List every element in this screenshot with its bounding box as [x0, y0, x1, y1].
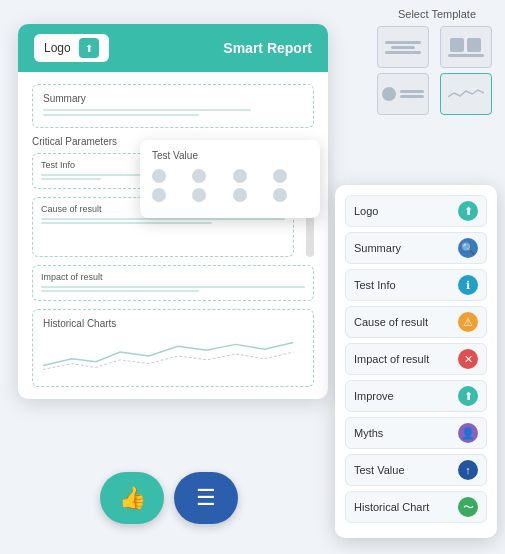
thumb-deco: [382, 87, 424, 101]
panel-item-icon: ℹ: [458, 275, 478, 295]
panel-item-label: Myths: [354, 427, 383, 439]
template-thumb-2[interactable]: [440, 26, 492, 68]
dot: [273, 188, 287, 202]
panel-item-label: Historical Chart: [354, 501, 429, 513]
list-button[interactable]: ☰: [174, 472, 238, 524]
panel-item-icon: ✕: [458, 349, 478, 369]
panel-item[interactable]: Myths👤: [345, 417, 487, 449]
cause-line: [41, 222, 212, 224]
right-panel: Logo⬆Summary🔍Test InfoℹCause of result⚠I…: [335, 185, 497, 538]
panel-item-icon: ⬆: [458, 386, 478, 406]
summary-label: Summary: [43, 93, 303, 104]
dot: [152, 169, 166, 183]
thumbs-up-button[interactable]: 👍: [100, 472, 164, 524]
bottom-buttons: 👍 ☰: [100, 472, 238, 524]
template-thumb-3[interactable]: [377, 73, 429, 115]
panel-item[interactable]: Improve⬆: [345, 380, 487, 412]
summary-line: [43, 114, 199, 116]
impact-box: Impact of result: [32, 265, 314, 301]
summary-section: Summary: [32, 84, 314, 128]
historical-chart-svg: [43, 334, 303, 374]
panel-item-icon: 👤: [458, 423, 478, 443]
template-thumb-1[interactable]: [377, 26, 429, 68]
panel-item[interactable]: Cause of result⚠: [345, 306, 487, 338]
thumb-deco: [385, 51, 421, 54]
dot: [192, 188, 206, 202]
test-value-card: Test Value: [140, 140, 320, 218]
test-info-line: [41, 178, 101, 180]
panel-item[interactable]: Test Infoℹ: [345, 269, 487, 301]
template-grid: [377, 26, 497, 115]
logo-box: Logo ⬆: [34, 34, 109, 62]
dot: [233, 169, 247, 183]
thumb-deco: [448, 54, 484, 57]
impact-line: [41, 286, 305, 288]
panel-item-icon: 〜: [458, 497, 478, 517]
panel-item-label: Cause of result: [354, 316, 428, 328]
impact-row: Impact of result: [32, 265, 314, 301]
panel-item-icon: ⚠: [458, 312, 478, 332]
dots-grid: [152, 169, 308, 202]
dot: [273, 169, 287, 183]
historical-charts-section: Historical Charts: [32, 309, 314, 387]
select-template-title: Select Template: [377, 8, 497, 20]
cause-line: [41, 218, 285, 220]
panel-item[interactable]: Test Value↑: [345, 454, 487, 486]
historical-charts-label: Historical Charts: [43, 318, 303, 329]
panel-item-label: Summary: [354, 242, 401, 254]
smart-report-header: Logo ⬆ Smart Report: [18, 24, 328, 72]
summary-line: [43, 109, 251, 111]
smart-report-body: Summary Critical Parameters Test Info Te…: [18, 72, 328, 399]
panel-item-label: Test Info: [354, 279, 396, 291]
logo-label: Logo: [44, 41, 71, 55]
template-thumb-4[interactable]: [440, 73, 492, 115]
panel-item[interactable]: Summary🔍: [345, 232, 487, 264]
smart-report-title: Smart Report: [223, 40, 312, 56]
thumb-deco: [385, 41, 421, 44]
select-template-panel: Select Template: [377, 8, 497, 115]
panel-item-label: Test Value: [354, 464, 405, 476]
panel-item[interactable]: Impact of result✕: [345, 343, 487, 375]
impact-line: [41, 290, 199, 292]
panel-item-label: Logo: [354, 205, 378, 217]
panel-item-label: Improve: [354, 390, 394, 402]
panel-item[interactable]: Historical Chart〜: [345, 491, 487, 523]
thumb-deco: [400, 95, 424, 98]
thumb-deco: [391, 46, 415, 49]
panel-item-icon: 🔍: [458, 238, 478, 258]
panel-item-icon: ↑: [458, 460, 478, 480]
thumb-deco: [382, 87, 396, 101]
panel-item-label: Impact of result: [354, 353, 429, 365]
panel-item[interactable]: Logo⬆: [345, 195, 487, 227]
thumb-deco: [400, 90, 424, 93]
panel-item-icon: ⬆: [458, 201, 478, 221]
dot: [152, 188, 166, 202]
thumb-deco: [400, 90, 424, 98]
impact-label: Impact of result: [41, 272, 305, 282]
thumb-deco: [450, 38, 481, 52]
thumb-deco: [467, 38, 481, 52]
test-value-card-label: Test Value: [152, 150, 308, 161]
dot: [233, 188, 247, 202]
thumb-deco: [450, 38, 464, 52]
dot: [192, 169, 206, 183]
upload-icon: ⬆: [79, 38, 99, 58]
wave-icon: [448, 87, 484, 101]
